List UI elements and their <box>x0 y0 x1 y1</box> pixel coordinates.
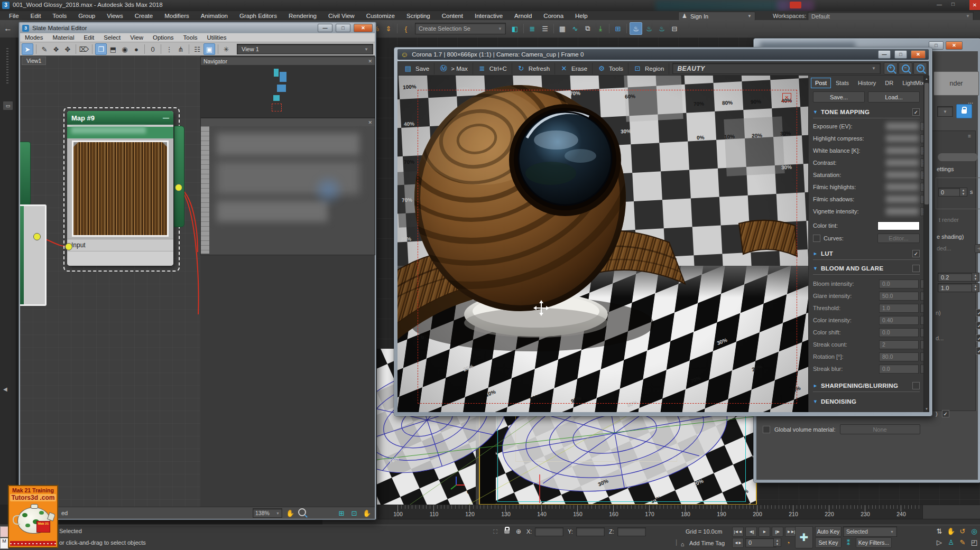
timeline[interactable]: 1001101201301401501601701801902002102202… <box>322 505 980 525</box>
dock-handle[interactable] <box>6 48 8 85</box>
sme-menu-item[interactable]: Utilities <box>202 34 231 41</box>
key-mode-button[interactable]: ◄► <box>732 538 744 548</box>
collapse-arrow-icon[interactable]: ► <box>813 251 818 256</box>
slate-material-editor-window[interactable]: 3 Slate Material Editor — □ ✕ ModesMater… <box>19 22 376 520</box>
copy-button[interactable]: ≣ Ctrl+C <box>473 63 512 74</box>
global-volume-none-button[interactable]: None <box>840 424 920 434</box>
workspace-dropdown[interactable]: Default ▼ <box>808 12 974 21</box>
layout-vertical-icon[interactable]: ⋮ <box>164 44 174 54</box>
select-tool-icon[interactable]: ➤ <box>22 43 33 55</box>
sme-menu-item[interactable]: Tools <box>179 34 202 41</box>
zoom-reset-button[interactable]: × <box>913 62 927 74</box>
hidden-value[interactable] <box>886 208 919 215</box>
node-title-bar[interactable]: Map #9 — <box>67 111 173 125</box>
curves-editor-button[interactable]: Editor... <box>877 234 920 243</box>
layout-tree-icon[interactable]: ⋔ <box>175 44 186 54</box>
current-frame-field[interactable]: 0 <box>745 538 776 547</box>
hidden-value[interactable] <box>886 183 919 191</box>
menu-item[interactable]: Rendering <box>283 12 322 20</box>
render-pass-dropdown[interactable]: BEAUTY ▼ <box>672 63 881 74</box>
partial-node[interactable] <box>20 142 31 205</box>
hidden-value[interactable] <box>886 159 919 166</box>
menu-item[interactable]: Scripting <box>401 12 436 20</box>
zoom-region-icon[interactable]: ⊞ <box>337 507 346 519</box>
mirror-icon[interactable]: ◧ <box>509 23 521 34</box>
play-button[interactable]: ► <box>759 527 770 537</box>
show-shaded-icon[interactable]: ● <box>131 44 142 54</box>
time-ruler[interactable]: 1001101201301401501601701801902002102202… <box>378 505 923 519</box>
hide-unused-slots-icon[interactable]: ❐ <box>95 43 107 55</box>
render-setup-icon[interactable]: ♨ <box>630 22 642 35</box>
sme-maximize-button[interactable]: □ <box>336 24 350 32</box>
menu-item[interactable]: Modifiers <box>159 12 195 20</box>
hidden-value[interactable] <box>886 135 919 142</box>
rs-target-dropdown[interactable]: ▼ <box>937 106 953 117</box>
menu-item[interactable]: Arnold <box>509 12 538 20</box>
curves-checkbox[interactable] <box>813 235 820 242</box>
checkbox-checked[interactable]: ✓ <box>976 347 980 355</box>
disabled-value-field[interactable]: 2 <box>879 340 919 349</box>
navigator-view-rect[interactable] <box>272 104 282 111</box>
disabled-value-field[interactable]: 0.40 <box>879 316 919 325</box>
sme-zoom-dropdown[interactable]: 138% ▼ <box>253 508 282 518</box>
y-field[interactable] <box>576 527 605 536</box>
orbit-icon[interactable]: ↺ <box>957 526 968 537</box>
menu-item[interactable]: Help <box>569 12 594 20</box>
lut-checkbox[interactable]: ✓ <box>912 250 920 257</box>
zoom-icon[interactable]: ⇅ <box>933 526 945 537</box>
absolute-mode-icon[interactable]: ⊕ <box>514 527 523 536</box>
fov-icon[interactable]: ✎ <box>957 537 968 548</box>
x-field[interactable] <box>535 527 563 536</box>
checkbox-checked[interactable]: ✓ <box>976 334 980 342</box>
save-settings-button[interactable]: Save... <box>813 91 865 102</box>
minimize-button[interactable]: — <box>937 2 942 7</box>
material-list-icon[interactable]: ☷ <box>192 44 202 54</box>
menu-item[interactable]: Views <box>101 12 128 20</box>
edit-named-selection-icon[interactable]: { <box>400 23 412 34</box>
zoom-in-button[interactable]: + <box>884 62 898 74</box>
panel-tab[interactable]: Post <box>811 78 831 88</box>
hidden-value[interactable] <box>886 123 919 130</box>
denoising-header[interactable]: DENOISING <box>821 398 920 405</box>
selection-lock-icon[interactable]: ⛶ <box>491 527 500 536</box>
rs-value1-field[interactable]: 0.2 <box>938 273 974 282</box>
lut-header[interactable]: LUT <box>821 250 912 257</box>
node-input-row[interactable]: Input <box>67 239 173 251</box>
collapse-arrow-icon[interactable]: ▼ <box>813 399 818 404</box>
menu-item[interactable]: Group <box>72 12 101 20</box>
node-output-tab[interactable] <box>174 126 184 227</box>
lock-toggle-icon[interactable] <box>502 527 512 536</box>
node-minimize-icon[interactable]: — <box>163 114 169 122</box>
sme-menu-item[interactable]: Edit <box>79 34 99 41</box>
menu-item[interactable]: Animation <box>195 12 234 20</box>
rs-plus-button[interactable]: + <box>975 244 980 253</box>
panel-tab[interactable]: History <box>854 78 880 88</box>
tone-mapping-checkbox[interactable]: ✓ <box>912 108 920 116</box>
rollout-menu-icon[interactable]: ≡ <box>968 133 971 139</box>
collapse-arrow-icon[interactable]: ◀ <box>3 386 7 392</box>
disabled-value-field[interactable]: 0.0 <box>879 365 919 374</box>
hidden-value[interactable] <box>886 147 919 154</box>
sme-menu-item[interactable]: Modes <box>20 34 48 41</box>
hidden-value[interactable] <box>886 195 919 203</box>
z-field[interactable] <box>617 527 646 536</box>
to-max-button[interactable]: Ⓜ > Max <box>434 63 473 74</box>
maximize-viewport-icon[interactable]: ◰ <box>968 537 980 548</box>
add-time-tag[interactable]: Add Time Tag <box>689 540 725 546</box>
rs-value2-field[interactable]: 1.0 <box>938 283 974 292</box>
scrollbar-thumb[interactable] <box>924 83 929 204</box>
undo-icon[interactable]: ← <box>2 23 14 34</box>
background-icon[interactable]: 0 <box>147 44 158 54</box>
output-socket[interactable] <box>175 184 182 191</box>
maxscript-mini-listener[interactable] <box>0 526 8 537</box>
walk-icon[interactable]: ♙ <box>945 537 957 548</box>
menu-item[interactable]: File <box>3 12 25 20</box>
erase-button[interactable]: ✕ Erase <box>555 63 593 74</box>
maximize-button[interactable]: □ <box>951 1 955 7</box>
zoom-extents-icon[interactable]: ⊡ <box>349 507 359 519</box>
close-icon[interactable]: ✕ <box>368 120 372 125</box>
menu-item[interactable]: Content <box>436 12 469 20</box>
spinner-snap-icon[interactable]: ⇕ <box>383 23 394 34</box>
sme-menu-item[interactable]: Material <box>48 34 79 41</box>
menu-item[interactable]: Customize <box>360 12 401 20</box>
